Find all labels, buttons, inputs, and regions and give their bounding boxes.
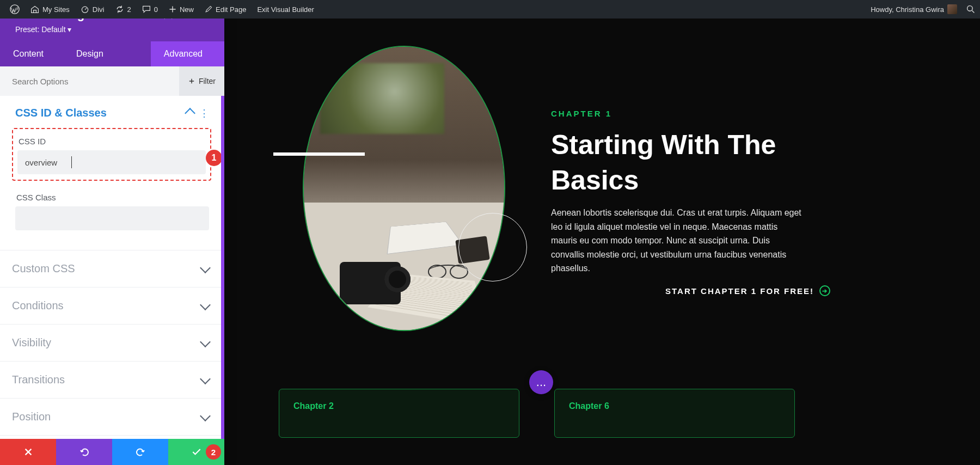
svg-point-2: [967, 6, 973, 11]
panel-tabs: Content Design Advanced: [0, 41, 224, 66]
section-position[interactable]: Position: [0, 398, 221, 436]
edit-page-label: Edit Page: [216, 5, 246, 14]
decorative-line: [273, 152, 365, 156]
pencil-icon: [205, 5, 212, 13]
css-id-input[interactable]: [17, 150, 206, 174]
exit-vb-label: Exit Visual Builder: [257, 5, 314, 14]
card-subtitle: Chapter 6: [569, 401, 780, 411]
tab-content[interactable]: Content: [0, 41, 57, 66]
wp-logo[interactable]: [4, 0, 25, 19]
filter-label: Filter: [199, 77, 216, 85]
admin-search-icon[interactable]: [966, 4, 976, 14]
hero-image: [303, 46, 505, 331]
avatar: [947, 4, 957, 14]
redo-button[interactable]: [112, 439, 168, 465]
section-title: Conditions: [12, 299, 64, 312]
howdy-label: Howdy, Christina Gwira: [871, 5, 944, 14]
panel-footer: 2: [0, 439, 224, 465]
section-title: Transitions: [12, 374, 65, 386]
comment-icon: [142, 5, 151, 14]
text-cursor: [71, 156, 72, 168]
gauge-icon: [81, 5, 89, 14]
chevron-down-icon: [200, 411, 211, 421]
page-canvas: CHAPTER 1 Starting With The Basics Aenea…: [224, 19, 980, 465]
section-title: Visibility: [12, 336, 51, 349]
section-title: Custom CSS: [12, 262, 75, 275]
comments-link[interactable]: 0: [137, 0, 163, 19]
plus-icon: [169, 5, 176, 13]
wp-admin-bar: My Sites Divi 2 0 New Edit Page: [0, 0, 980, 19]
filter-button[interactable]: Filter: [179, 66, 224, 96]
edit-page-link[interactable]: Edit Page: [199, 0, 252, 19]
section-title: CSS ID & Classes: [15, 107, 107, 119]
builder-fab[interactable]: ...: [529, 370, 553, 394]
panel-body[interactable]: CSS ID & Classes ⋮ CSS ID 1 CSS Class: [0, 96, 224, 439]
chevron-down-icon: [200, 336, 211, 347]
plus-icon: [188, 77, 195, 85]
site-link[interactable]: Divi: [75, 0, 110, 19]
settings-panel: Row Settings Preset: Default ▾ Content D…: [0, 0, 224, 465]
css-class-label: CSS Class: [15, 189, 209, 206]
heading-line-1: Starting With The: [551, 127, 776, 163]
section-custom-css[interactable]: Custom CSS: [0, 250, 221, 287]
updates-count: 2: [127, 5, 131, 14]
css-class-field: CSS Class: [0, 185, 221, 240]
undo-button[interactable]: [56, 439, 112, 465]
section-css-id-classes[interactable]: CSS ID & Classes ⋮: [0, 96, 221, 128]
tab-advanced[interactable]: Advanced: [151, 41, 224, 66]
my-sites-link[interactable]: My Sites: [25, 0, 75, 19]
close-icon: [23, 447, 33, 457]
discard-button[interactable]: [0, 439, 56, 465]
chevron-up-icon: [185, 108, 195, 119]
css-id-label: CSS ID: [17, 133, 206, 150]
section-title: Position: [12, 411, 51, 423]
chapter-card-6[interactable]: Chapter 6: [554, 389, 795, 438]
section-visibility[interactable]: Visibility: [0, 324, 221, 361]
site-label: Divi: [93, 5, 105, 14]
section-conditions[interactable]: Conditions: [0, 287, 221, 324]
chevron-down-icon: [200, 374, 211, 384]
save-button[interactable]: 2: [168, 439, 224, 465]
css-class-input[interactable]: [15, 206, 209, 230]
highlighted-field-group: CSS ID 1: [12, 128, 211, 181]
check-icon: [191, 446, 202, 457]
exit-visual-builder-link[interactable]: Exit Visual Builder: [252, 0, 320, 19]
my-sites-label: My Sites: [42, 5, 70, 14]
updates-link[interactable]: 2: [110, 0, 137, 19]
preset-selector[interactable]: Preset: Default ▾: [15, 25, 213, 34]
cta-label: START CHAPTER 1 FOR FREE!: [665, 286, 814, 296]
heading-line-2: Basics: [551, 163, 776, 198]
section-transitions[interactable]: Transitions: [0, 361, 221, 398]
comments-count: 0: [154, 5, 158, 14]
cta-link[interactable]: START CHAPTER 1 FOR FREE! ➔: [665, 285, 830, 296]
page-heading: Starting With The Basics: [551, 127, 776, 198]
annotation-badge-2: 2: [206, 444, 221, 460]
chapter-card-2[interactable]: Chapter 2: [279, 389, 519, 438]
search-input[interactable]: [0, 77, 179, 86]
new-link[interactable]: New: [163, 0, 199, 19]
decorative-circle: [458, 213, 527, 282]
account-menu[interactable]: Howdy, Christina Gwira: [865, 0, 963, 19]
intro-paragraph: Aenean lobortis scelerisque dui. Cras ut…: [551, 206, 801, 276]
chevron-down-icon: [200, 262, 211, 273]
sync-icon: [115, 5, 124, 14]
panel-search-row: Filter: [0, 66, 224, 96]
annotation-badge-1: 1: [206, 150, 222, 166]
redo-icon: [135, 446, 146, 457]
wordpress-icon: [10, 4, 20, 14]
kebab-icon[interactable]: ⋮: [199, 107, 209, 119]
chapter-label: CHAPTER 1: [551, 109, 612, 118]
arrow-circle-icon: ➔: [819, 285, 830, 296]
search-icon: [966, 5, 975, 14]
chevron-down-icon: [200, 299, 211, 310]
house-icon: [30, 5, 39, 14]
tab-design[interactable]: Design: [63, 41, 117, 66]
new-label: New: [180, 5, 194, 14]
undo-icon: [79, 446, 90, 457]
card-subtitle: Chapter 2: [293, 401, 505, 411]
